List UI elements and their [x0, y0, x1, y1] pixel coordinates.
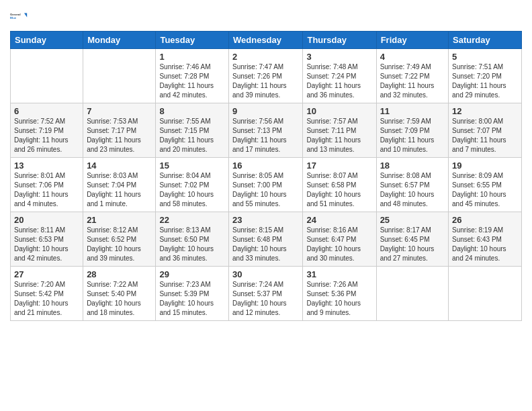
day-number: 20	[14, 215, 79, 225]
calendar-cell: 29Sunrise: 7:23 AMSunset: 5:39 PMDayligh…	[156, 267, 229, 321]
day-number: 14	[87, 161, 152, 171]
day-info: Sunrise: 8:15 AMSunset: 6:48 PMDaylight:…	[232, 226, 299, 263]
calendar-cell: 9Sunrise: 7:56 AMSunset: 7:13 PMDaylight…	[229, 103, 303, 158]
calendar-cell: 22Sunrise: 8:13 AMSunset: 6:50 PMDayligh…	[156, 212, 229, 267]
day-info: Sunrise: 8:13 AMSunset: 6:50 PMDaylight:…	[159, 226, 225, 263]
calendar-cell: 30Sunrise: 7:24 AMSunset: 5:37 PMDayligh…	[229, 267, 303, 321]
calendar-cell: 25Sunrise: 8:17 AMSunset: 6:45 PMDayligh…	[376, 212, 448, 267]
logo: GeneralBlue	[10, 7, 29, 26]
calendar-cell: 21Sunrise: 8:12 AMSunset: 6:52 PMDayligh…	[83, 212, 156, 267]
day-info: Sunrise: 7:24 AMSunset: 5:37 PMDaylight:…	[232, 280, 299, 318]
calendar-cell: 17Sunrise: 8:07 AMSunset: 6:58 PMDayligh…	[303, 158, 376, 212]
day-info: Sunrise: 7:57 AMSunset: 7:11 PMDaylight:…	[306, 117, 372, 154]
day-number: 17	[306, 161, 372, 171]
day-number: 23	[232, 215, 299, 225]
calendar-row: 13Sunrise: 8:01 AMSunset: 7:06 PMDayligh…	[11, 158, 522, 212]
calendar-row: 27Sunrise: 7:20 AMSunset: 5:42 PMDayligh…	[11, 267, 522, 321]
calendar-cell: 6Sunrise: 7:52 AMSunset: 7:19 PMDaylight…	[11, 103, 83, 158]
calendar-cell	[449, 267, 522, 321]
calendar-cell: 4Sunrise: 7:49 AMSunset: 7:22 PMDaylight…	[376, 49, 448, 103]
day-info: Sunrise: 8:08 AMSunset: 6:57 PMDaylight:…	[380, 171, 445, 209]
calendar-cell: 28Sunrise: 7:22 AMSunset: 5:40 PMDayligh…	[83, 267, 156, 321]
calendar-cell: 31Sunrise: 7:26 AMSunset: 5:36 PMDayligh…	[303, 267, 376, 321]
day-header: Saturday	[449, 32, 522, 49]
day-number: 6	[14, 106, 79, 116]
day-number: 29	[159, 269, 225, 279]
day-number: 16	[232, 161, 299, 171]
calendar-cell: 3Sunrise: 7:48 AMSunset: 7:24 PMDaylight…	[303, 49, 376, 103]
day-number: 27	[14, 269, 79, 279]
calendar-cell: 23Sunrise: 8:15 AMSunset: 6:48 PMDayligh…	[229, 212, 303, 267]
day-info: Sunrise: 8:00 AMSunset: 7:07 PMDaylight:…	[452, 117, 518, 154]
day-number: 25	[380, 215, 445, 225]
calendar-cell: 16Sunrise: 8:05 AMSunset: 7:00 PMDayligh…	[229, 158, 303, 212]
day-number: 24	[306, 215, 372, 225]
svg-text:Blue: Blue	[10, 16, 17, 19]
day-info: Sunrise: 8:03 AMSunset: 7:04 PMDaylight:…	[87, 171, 152, 209]
day-info: Sunrise: 7:47 AMSunset: 7:26 PMDaylight:…	[232, 62, 299, 100]
calendar-cell	[376, 267, 448, 321]
calendar-cell: 8Sunrise: 7:55 AMSunset: 7:15 PMDaylight…	[156, 103, 229, 158]
day-number: 22	[159, 215, 225, 225]
day-info: Sunrise: 7:20 AMSunset: 5:42 PMDaylight:…	[14, 280, 79, 318]
calendar-cell: 1Sunrise: 7:46 AMSunset: 7:28 PMDaylight…	[156, 49, 229, 103]
day-number: 2	[232, 52, 299, 62]
day-info: Sunrise: 8:09 AMSunset: 6:55 PMDaylight:…	[452, 171, 518, 209]
day-info: Sunrise: 7:53 AMSunset: 7:17 PMDaylight:…	[87, 117, 152, 154]
calendar-cell: 11Sunrise: 7:59 AMSunset: 7:09 PMDayligh…	[376, 103, 448, 158]
day-number: 18	[380, 161, 445, 171]
calendar-cell: 27Sunrise: 7:20 AMSunset: 5:42 PMDayligh…	[11, 267, 83, 321]
header-row: SundayMondayTuesdayWednesdayThursdayFrid…	[11, 32, 522, 49]
calendar-cell: 2Sunrise: 7:47 AMSunset: 7:26 PMDaylight…	[229, 49, 303, 103]
day-info: Sunrise: 7:59 AMSunset: 7:09 PMDaylight:…	[380, 117, 445, 154]
day-number: 9	[232, 106, 299, 116]
day-info: Sunrise: 8:07 AMSunset: 6:58 PMDaylight:…	[306, 171, 372, 209]
day-number: 21	[87, 215, 152, 225]
calendar-row: 1Sunrise: 7:46 AMSunset: 7:28 PMDaylight…	[11, 49, 522, 103]
day-number: 30	[232, 269, 299, 279]
calendar-cell: 7Sunrise: 7:53 AMSunset: 7:17 PMDaylight…	[83, 103, 156, 158]
day-header: Friday	[376, 32, 448, 49]
calendar-cell	[83, 49, 156, 103]
day-info: Sunrise: 7:26 AMSunset: 5:36 PMDaylight:…	[306, 280, 372, 318]
calendar-row: 6Sunrise: 7:52 AMSunset: 7:19 PMDaylight…	[11, 103, 522, 158]
calendar-cell: 5Sunrise: 7:51 AMSunset: 7:20 PMDaylight…	[449, 49, 522, 103]
day-number: 15	[159, 161, 225, 171]
calendar-table: SundayMondayTuesdayWednesdayThursdayFrid…	[10, 31, 522, 321]
day-header: Tuesday	[156, 32, 229, 49]
day-info: Sunrise: 8:11 AMSunset: 6:53 PMDaylight:…	[14, 226, 79, 263]
day-number: 5	[452, 52, 518, 62]
svg-marker-2	[24, 13, 27, 17]
day-number: 7	[87, 106, 152, 116]
day-info: Sunrise: 7:51 AMSunset: 7:20 PMDaylight:…	[452, 62, 518, 100]
day-info: Sunrise: 8:05 AMSunset: 7:00 PMDaylight:…	[232, 171, 299, 209]
day-info: Sunrise: 8:16 AMSunset: 6:47 PMDaylight:…	[306, 226, 372, 263]
calendar-cell: 24Sunrise: 8:16 AMSunset: 6:47 PMDayligh…	[303, 212, 376, 267]
calendar-row: 20Sunrise: 8:11 AMSunset: 6:53 PMDayligh…	[11, 212, 522, 267]
calendar-cell: 13Sunrise: 8:01 AMSunset: 7:06 PMDayligh…	[11, 158, 83, 212]
day-info: Sunrise: 8:19 AMSunset: 6:43 PMDaylight:…	[452, 226, 518, 263]
header: GeneralBlue	[10, 7, 522, 26]
day-header: Thursday	[303, 32, 376, 49]
day-number: 3	[306, 52, 372, 62]
day-info: Sunrise: 8:01 AMSunset: 7:06 PMDaylight:…	[14, 171, 79, 209]
day-number: 10	[306, 106, 372, 116]
day-info: Sunrise: 7:22 AMSunset: 5:40 PMDaylight:…	[87, 280, 152, 318]
day-info: Sunrise: 7:48 AMSunset: 7:24 PMDaylight:…	[306, 62, 372, 100]
day-info: Sunrise: 7:46 AMSunset: 7:28 PMDaylight:…	[159, 62, 225, 100]
day-header: Sunday	[11, 32, 83, 49]
logo-icon: GeneralBlue	[10, 7, 29, 26]
calendar-cell: 12Sunrise: 8:00 AMSunset: 7:07 PMDayligh…	[449, 103, 522, 158]
day-number: 8	[159, 106, 225, 116]
day-number: 26	[452, 215, 518, 225]
calendar-cell	[11, 49, 83, 103]
calendar-cell: 15Sunrise: 8:04 AMSunset: 7:02 PMDayligh…	[156, 158, 229, 212]
day-number: 1	[159, 52, 225, 62]
day-info: Sunrise: 8:12 AMSunset: 6:52 PMDaylight:…	[87, 226, 152, 263]
day-number: 19	[452, 161, 518, 171]
calendar-cell: 18Sunrise: 8:08 AMSunset: 6:57 PMDayligh…	[376, 158, 448, 212]
calendar-page: GeneralBlue SundayMondayTuesdayWednesday…	[0, 0, 532, 411]
calendar-cell: 10Sunrise: 7:57 AMSunset: 7:11 PMDayligh…	[303, 103, 376, 158]
day-header: Wednesday	[229, 32, 303, 49]
day-info: Sunrise: 8:04 AMSunset: 7:02 PMDaylight:…	[159, 171, 225, 209]
